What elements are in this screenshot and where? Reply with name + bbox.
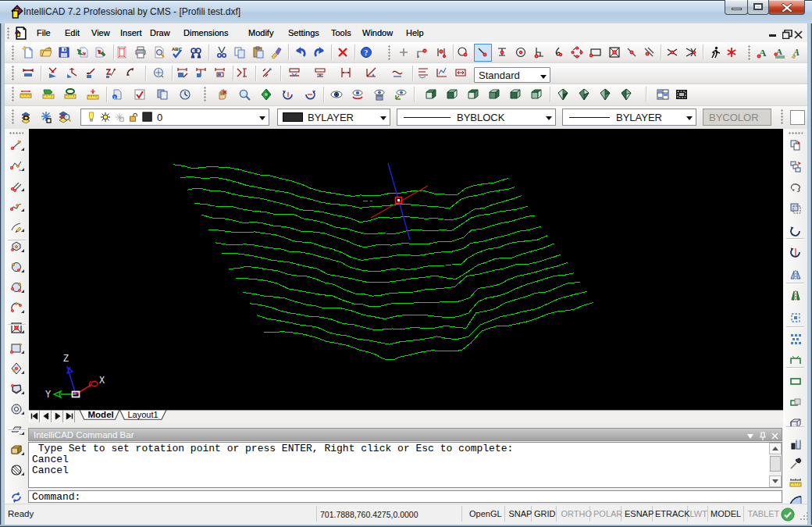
svg-text:X: X (99, 376, 105, 386)
svg-text:Z: Z (63, 354, 69, 365)
svg-text:Layout1: Layout1 (128, 410, 158, 419)
svg-text:Y: Y (45, 390, 51, 401)
svg-text:?: ? (364, 48, 368, 57)
svg-text:Model: Model (88, 410, 114, 419)
